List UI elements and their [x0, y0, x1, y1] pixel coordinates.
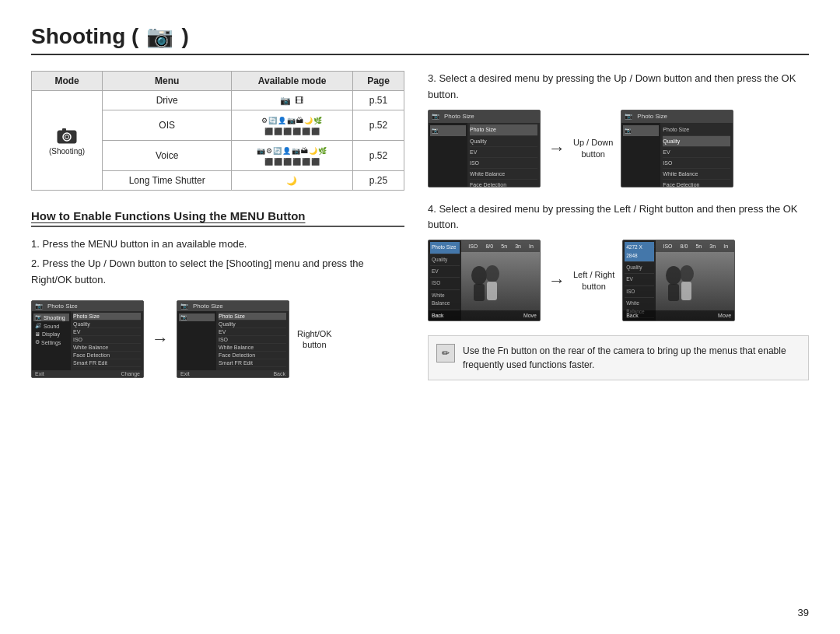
step4-after-screen: Mo 1/4s ISO 8/0 5n 3n In 4272 X 2848 Qua…: [622, 240, 735, 321]
topbar-text-1: Photo Size: [47, 303, 78, 310]
page-number: 39: [798, 607, 809, 618]
display-icon: 🖥: [35, 331, 40, 337]
long-shutter-cell: Long Time Shutter: [103, 171, 232, 191]
steps-list: 1. Press the MENU button in an available…: [31, 236, 404, 288]
long-shutter-icons: 🌙: [232, 171, 353, 191]
step4-bottom-2: Back Move: [623, 310, 734, 321]
screen-topbar-1: 📷 Photo Size: [32, 301, 143, 311]
step4-before-screen: Mo 1/4s ISO 8/0 5n 3n In Photo Size Qual…: [428, 240, 541, 321]
ois-cell: OIS: [103, 110, 232, 141]
shooting-mode-cell: (Shooting): [32, 91, 103, 191]
step3-iso-2: ISO: [663, 158, 730, 169]
sidebar-settings: ⚙ Settings: [33, 338, 69, 346]
content-face-2: Face Detection: [219, 352, 286, 359]
sidebar-shooting: 📷 Shooting: [33, 313, 69, 321]
col-mode: Mode: [32, 72, 103, 91]
screen-sidebar-1: 📷 Shooting 🔊 Sound 🖥 Display ⚙: [32, 311, 71, 370]
settings-icon: ⚙: [35, 339, 40, 345]
step4-side-ev-2: EV: [625, 274, 654, 285]
tip-box: ✏ Use the Fn button on the rear of the c…: [428, 335, 809, 380]
col-page: Page: [353, 72, 404, 91]
screen-bottombar-2: Exit Back: [177, 370, 289, 377]
icon-in-2: In: [723, 242, 728, 250]
camera-icon-title: 📷: [146, 23, 173, 49]
screen-topbar-2: 📷 Photo Size: [177, 301, 289, 311]
camera-icon-s3: 📷: [432, 112, 439, 122]
step4-text: 4. Select a desired menu by pressing the…: [428, 201, 809, 234]
svg-point-8: [485, 265, 499, 282]
step4-move-2: Move: [718, 311, 731, 320]
topbar-icon-1: 📷: [35, 303, 43, 310]
section-heading: How to Enable Functions Using the MENU B…: [31, 209, 404, 227]
drive-cell: Drive: [103, 91, 232, 110]
voice-cell: Voice: [103, 141, 232, 171]
step3-screenshot-pair: 📷 Photo Size 📷 Photo Size Quality EV: [428, 110, 809, 187]
step4-resolution: 4272 X 2848: [625, 242, 654, 262]
icon-80: 8/0: [485, 242, 493, 250]
step3-face-2: Face Detection: [663, 180, 730, 187]
icon-3n: 3n: [515, 242, 521, 250]
title-close: ): [181, 24, 188, 49]
mode-table: Mode Menu Available mode Page: [31, 71, 404, 191]
step3-wb-2: White Balance: [663, 169, 730, 180]
step3-face: Face Detection: [470, 180, 537, 187]
voice-icons: 📷⚙🔄👤📷🏔🌙🌿⬛⬛⬛⬛⬛⬛: [232, 141, 353, 171]
screen-bottombar-1: Exit Change: [32, 370, 143, 377]
icon-iso: ISO: [468, 242, 478, 250]
right-ok-screenshot-pair: 📷 Photo Size 📷 Shooting 🔊 Sound: [31, 300, 404, 378]
back-label-2: Back: [273, 371, 285, 377]
svg-rect-7: [474, 284, 485, 301]
icon-5n-2: 5n: [695, 242, 702, 250]
content-photo-size: Photo Size: [73, 313, 141, 321]
step3-wb: White Balance: [470, 169, 537, 180]
step3-topbar-1: 📷 Photo Size: [429, 110, 540, 124]
after-screen-1: 📷 Photo Size 📷 Photo Size Quality EV ISO: [177, 300, 289, 378]
step3-sidebar-2: 📷: [621, 123, 660, 187]
step4-side-quality-2: Quality: [625, 262, 654, 274]
tip-text: Use the Fn button on the rear of the cam…: [463, 344, 800, 372]
icon-5n: 5n: [501, 242, 507, 250]
right-arrow-1: →: [152, 329, 169, 349]
sidebar-shooting-2: 📷: [179, 313, 215, 321]
step3-content-2: Photo Size Quality EV ISO White Balance …: [660, 123, 733, 187]
svg-point-6: [471, 266, 487, 285]
step4-side-wb: White Balance: [430, 290, 460, 310]
col-menu: Menu: [103, 72, 232, 91]
voice-page: p.52: [353, 141, 404, 171]
photo-size-s3: Photo Size: [444, 112, 474, 122]
step4-side-photo-size: Photo Size: [430, 242, 460, 254]
sidebar-sound: 🔊 Sound: [33, 322, 69, 330]
screen-content-1: Photo Size Quality EV ISO White Balance …: [71, 311, 143, 370]
step4-side-iso: ISO: [430, 278, 460, 289]
step4-section: 4. Select a desired menu by pressing the…: [428, 201, 809, 322]
exit-label: Exit: [35, 371, 44, 377]
step4-side-iso-2: ISO: [625, 286, 654, 298]
shooting-camera-icon: [56, 126, 78, 145]
shooting-icon: 📷: [35, 314, 42, 321]
content-photo-size-2: Photo Size: [219, 313, 286, 321]
step4-side-menu-1: Photo Size Quality EV ISO White Balance …: [429, 240, 461, 321]
exit-label-2: Exit: [180, 371, 190, 377]
step3-photo-size: Photo Size: [470, 124, 537, 135]
step3-menu-1: 📷 Photo Size Quality EV ISO White Balanc…: [429, 123, 540, 187]
screen-sidebar-2: 📷: [177, 311, 216, 370]
step3-sidebar-shoot: 📷: [430, 125, 466, 135]
content-wb-2: White Balance: [219, 344, 286, 352]
content-quality-2: Quality: [219, 321, 286, 328]
sidebar-settings-label: Settings: [41, 340, 61, 345]
step3-quality-2: Quality: [663, 136, 730, 147]
step-1: 1. Press the MENU button in an available…: [31, 236, 404, 253]
sidebar-display-label: Display: [42, 331, 60, 337]
content-iso-2: ISO: [219, 336, 286, 344]
up-down-label: Up / Downbutton: [573, 137, 613, 159]
topbar-icon-2: 📷: [180, 303, 188, 310]
tip-icon: ✏: [436, 344, 455, 363]
icon-iso-2: ISO: [663, 242, 672, 250]
col-available: Available mode: [232, 72, 353, 91]
long-shutter-page: p.25: [353, 171, 404, 191]
table-row: (Shooting) Drive 📷 🎞 p.51: [32, 91, 404, 110]
left-column: Mode Menu Available mode Page: [31, 71, 404, 380]
content-face: Face Detection: [73, 352, 141, 359]
content-smart-2: Smart FR Edit: [219, 359, 286, 367]
right-arrow-step3: →: [548, 135, 565, 162]
